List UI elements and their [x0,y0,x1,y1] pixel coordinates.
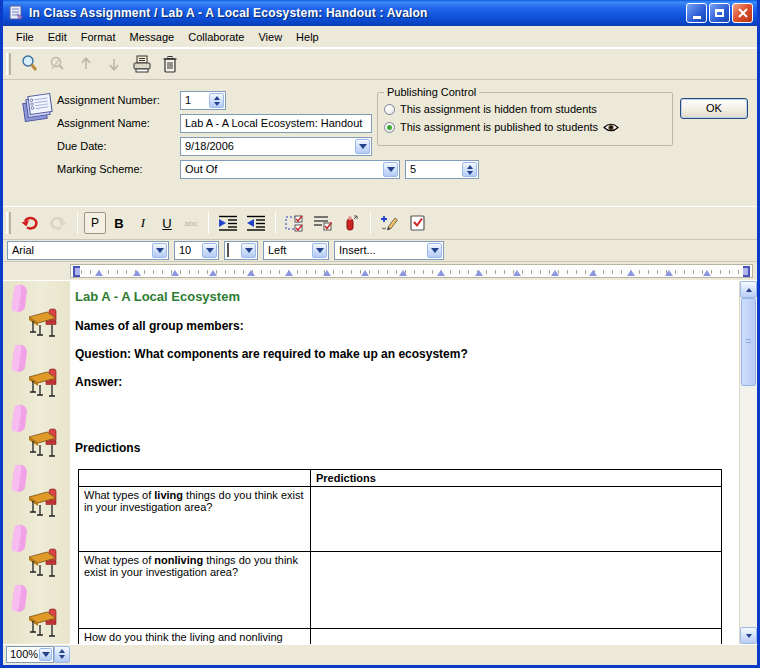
paragraph-icon: P [91,216,99,230]
add-note-button[interactable] [377,210,403,236]
status-bar: 100% [3,644,757,663]
zoom-stepper[interactable] [54,646,70,663]
header-cell-predictions: Predictions [311,470,722,487]
menu-message[interactable]: Message [123,28,182,46]
editor-toolbar-grip[interactable] [6,212,11,234]
margin-tile [3,461,70,521]
due-date-label: Due Date: [57,140,107,152]
scroll-down-button[interactable] [740,627,757,644]
desk-icon [27,427,61,459]
insert-dropdown-button[interactable] [427,243,442,258]
right-indent-marker[interactable] [743,266,750,277]
font-color-dropdown-button[interactable] [241,243,256,258]
spellcheck-button[interactable] [405,210,431,236]
hidden-option-row[interactable]: This assignment is hidden from students [384,100,666,118]
scrollbar-thumb[interactable] [741,298,756,386]
font-family-value: Arial [12,244,34,256]
maximize-button[interactable] [709,3,730,23]
close-button[interactable] [732,3,753,23]
alignment-dropdown-button[interactable] [312,243,327,258]
scroll-up-button[interactable] [740,281,757,298]
marking-scheme-combo[interactable]: Out Of [180,160,400,179]
highlighter-button[interactable] [338,210,364,236]
assignment-name-input[interactable]: Lab A - A Local Ecosystem: Handout [180,114,372,133]
scrollbar-track[interactable] [740,386,757,627]
menu-view[interactable]: View [251,28,289,46]
zoom-value: 100% [10,648,38,660]
print-button[interactable] [129,51,155,77]
font-family-dropdown-button[interactable] [152,243,167,258]
indent-button[interactable] [215,210,241,236]
preview-button[interactable] [17,51,43,77]
menu-help[interactable]: Help [289,28,326,46]
due-date-dropdown-button[interactable] [355,139,370,154]
question-cell[interactable]: How do you think the living and nonlivin… [79,629,311,645]
marking-out-of-spin-buttons[interactable] [462,162,477,177]
search-tools-button [45,51,71,77]
vertical-scrollbar[interactable] [739,281,757,644]
underline-button[interactable]: U [156,216,178,231]
highlighter-icon [343,214,359,232]
eraser-icon [10,643,30,644]
italic-button[interactable]: I [132,215,154,231]
ruler-tab-marker [589,270,597,276]
font-size-dropdown-button[interactable] [202,243,217,258]
minimize-button[interactable] [686,3,707,23]
paragraph-style-button[interactable]: P [84,212,106,234]
toolbar-grip[interactable] [6,53,11,75]
published-option-row[interactable]: This assignment is published to students [384,118,666,136]
editor-toolbar: P B I U abc [3,206,757,240]
zoom-combo[interactable]: 100% [6,646,54,663]
delete-button[interactable] [157,51,183,77]
marking-scheme-dropdown-button[interactable] [383,162,398,177]
checklist-button[interactable] [310,210,336,236]
hidden-option-label: This assignment is hidden from students [400,103,597,115]
bold-button[interactable]: B [108,216,130,231]
spin-down-icon [59,655,65,659]
chevron-down-icon [431,248,439,253]
radio-published[interactable] [384,122,395,133]
insert-checkbox-button[interactable] [282,210,308,236]
answer-cell[interactable] [311,487,722,552]
font-family-combo[interactable]: Arial [7,241,169,260]
assignment-number-stepper[interactable]: 1 [180,91,226,110]
document-page[interactable]: Lab A - A Local Ecosystem Names of all g… [70,281,739,644]
assignment-number-spin-buttons[interactable] [209,93,224,108]
margin-tile [3,641,70,644]
outdent-button[interactable] [243,210,269,236]
zoom-dropdown-button[interactable] [39,648,52,661]
due-date-combo[interactable]: 9/18/2006 [180,137,372,156]
insert-combo[interactable]: Insert... [334,241,444,260]
margin-tile [3,521,70,581]
menu-format[interactable]: Format [74,28,123,46]
ruler-tab-marker [399,270,407,276]
question-cell[interactable]: What types of nonliving things do you th… [79,552,311,629]
ok-button[interactable]: OK [680,98,748,119]
alignment-combo[interactable]: Left [263,241,329,260]
menu-file[interactable]: File [9,28,41,46]
scroll-up-icon [746,288,752,292]
font-size-combo[interactable]: 10 [174,241,219,260]
menu-edit[interactable]: Edit [41,28,74,46]
assignment-number-label: Assignment Number: [57,94,160,106]
left-indent-marker[interactable] [73,266,80,277]
desk-icon [27,607,61,639]
menu-collaborate[interactable]: Collaborate [181,28,251,46]
undo-button[interactable] [17,210,43,236]
redo-button [45,210,71,236]
window-title: In Class Assignment / Lab A - A Local Ec… [29,6,686,20]
ruler-tab-marker [209,270,217,276]
radio-hidden[interactable] [384,104,395,115]
previous-button [73,51,99,77]
published-option-label: This assignment is published to students [400,121,598,133]
ruler-tab-marker [703,270,711,276]
trash-icon [161,54,179,74]
answer-cell[interactable] [311,629,722,645]
marking-out-of-stepper[interactable]: 5 [405,160,479,179]
answer-cell[interactable] [311,552,722,629]
question-cell[interactable]: What types of living things do you think… [79,487,311,552]
header-cell-blank [79,470,311,487]
margin-tile [3,401,70,461]
font-color-combo[interactable] [224,241,258,260]
app-window: In Class Assignment / Lab A - A Local Ec… [0,0,760,668]
